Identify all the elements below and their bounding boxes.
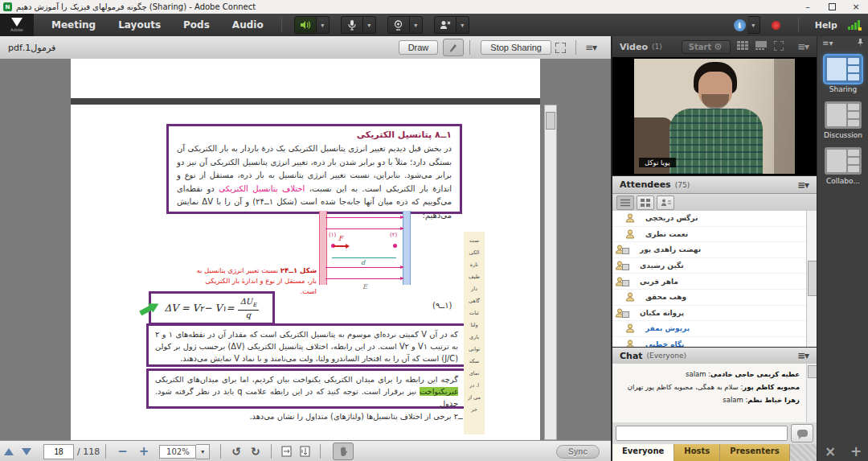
info-dropdown[interactable]: ▾	[747, 16, 760, 34]
stop-sharing-button[interactable]: Stop Sharing	[481, 40, 551, 55]
page-down-button[interactable]	[22, 448, 31, 455]
connection-status-icon[interactable]	[847, 20, 860, 30]
menubar-item[interactable]: Pods	[172, 19, 221, 31]
attendee-list-view-button[interactable]	[616, 196, 634, 210]
pointer-tool-button[interactable]	[443, 39, 464, 56]
chat-message-text: سلام به همگی، محبوبه کاظم پور تهران	[628, 383, 739, 391]
attendee-row[interactable]: نعمت نظری	[612, 227, 806, 243]
layout-list: Sharing Discussion	[817, 56, 868, 185]
field-label: E	[362, 283, 367, 290]
zoom-in-button[interactable]: +	[139, 446, 149, 458]
layout-item[interactable]: Sharing	[817, 56, 868, 93]
adobe-triangle-icon	[11, 18, 23, 27]
page-number-input[interactable]	[43, 444, 74, 459]
add-layout-button[interactable]: +	[850, 443, 862, 459]
grid-view-button[interactable]	[737, 41, 748, 52]
page-up-button[interactable]	[4, 448, 14, 455]
attendee-row[interactable]: پریوش بمقر	[612, 321, 806, 337]
menubar-item[interactable]: Meeting	[40, 19, 107, 31]
attendee-row[interactable]: ماهر قربی	[612, 274, 806, 290]
close-layout-button[interactable]: ×	[825, 443, 836, 459]
record-indicator-icon[interactable]	[772, 21, 780, 30]
attendees-scrollbar[interactable]	[806, 211, 817, 347]
attendee-row[interactable]: نهضت زاهدی پور	[612, 242, 806, 258]
layout-thumbnail	[825, 101, 862, 129]
down-arrow-icon	[22, 448, 31, 455]
margin-word: می از	[468, 392, 481, 404]
fullscreen-button[interactable]	[555, 43, 566, 53]
webcam-button[interactable]	[387, 16, 410, 34]
equation-number: (۱ــ۹)	[432, 301, 452, 310]
document-scrollbar-thumb[interactable]	[546, 112, 555, 130]
tab-presenters[interactable]: Presenters	[720, 444, 789, 461]
pan-tool-button[interactable]	[333, 442, 354, 460]
share-pod-menu[interactable]: ≡▾	[585, 42, 596, 53]
chat-message: زهرا خیاط نظم: salam	[616, 393, 800, 406]
microphone-dropdown[interactable]: ▾	[363, 16, 376, 34]
attendee-row[interactable]: نگین رشیدی	[612, 258, 806, 274]
status-dropdown[interactable]: ▾	[457, 16, 469, 34]
rotate-left-button[interactable]: ↺	[231, 445, 241, 458]
layout-item[interactable]: Discussion	[817, 101, 868, 139]
video-fullscreen-button[interactable]	[774, 41, 784, 53]
document-scrollbar[interactable]	[544, 105, 557, 440]
tab-hosts[interactable]: Hosts	[674, 444, 720, 461]
window-title: چگونه فرمولهای فیزیک را آموزش دهیم (Shar…	[16, 2, 256, 11]
fullscreen-icon	[555, 43, 566, 53]
breakout-view-button[interactable]	[637, 196, 654, 210]
margin-word: نمای	[469, 368, 480, 380]
video-pod-menu[interactable]: ≡▾	[797, 41, 809, 52]
tab-everyone[interactable]: Everyone	[612, 444, 674, 461]
microphone-button[interactable]	[341, 16, 363, 34]
webcam-dropdown[interactable]: ▾	[410, 16, 423, 34]
speaker-button[interactable]	[294, 16, 317, 34]
menubar-item[interactable]: Layouts	[107, 19, 172, 31]
attendee-row[interactable]: پروانه مکیان	[612, 306, 806, 322]
filmstrip-view-icon	[755, 41, 768, 50]
sync-button[interactable]: Sync	[556, 445, 600, 459]
attendees-count: (75)	[675, 181, 690, 189]
annotation-box-para3: گرچه این رابطه را برای میدان الکتریکی یک…	[146, 368, 467, 409]
video-pod-header: Video (1) Start	[612, 36, 817, 58]
speaker-icon	[300, 20, 311, 30]
send-message-button[interactable]	[791, 424, 813, 442]
status-button[interactable]	[434, 16, 457, 34]
draw-button[interactable]: Draw	[399, 40, 439, 55]
pen-icon	[448, 43, 458, 52]
filmstrip-view-button[interactable]	[755, 41, 768, 52]
zoom-out-button[interactable]: −	[117, 446, 128, 458]
layouts-menu[interactable]: ≡▾	[822, 39, 833, 47]
layout-item[interactable]: Collabo...	[817, 147, 868, 185]
attendee-row[interactable]: پگاه خطبی	[612, 337, 806, 347]
minimize-button[interactable]: –	[796, 0, 820, 14]
start-webcam-button[interactable]: Start	[682, 40, 731, 54]
margin-word: دار	[471, 283, 477, 295]
menubar-item[interactable]: Audio	[221, 19, 275, 31]
chat-pod-menu[interactable]: ≡▾	[797, 350, 809, 361]
layout-thumbnail	[825, 56, 862, 83]
margin-word: الکی	[469, 247, 480, 259]
microphone-icon	[348, 20, 356, 31]
fit-page-button[interactable]	[300, 446, 310, 457]
attendee-row[interactable]: نرگس دریخچی	[612, 211, 806, 227]
close-button[interactable]: ×	[844, 0, 868, 14]
document-toolbar: / 118 − + 102% ▾ ↺ ↻	[0, 440, 611, 461]
maximize-button[interactable]	[820, 0, 844, 14]
attendee-person-icon	[625, 340, 635, 347]
speaker-dropdown[interactable]: ▾	[317, 16, 330, 34]
fit-width-icon	[281, 446, 292, 457]
help-menu[interactable]: Help	[815, 20, 837, 31]
fit-width-button[interactable]	[281, 446, 292, 457]
attendee-row[interactable]: وهب محقق	[612, 290, 806, 306]
rotate-right-button[interactable]: ↻	[251, 445, 260, 458]
title-bar: N چگونه فرمولهای فیزیک را آموزش دهیم (Sh…	[0, 0, 868, 14]
attendees-pod-menu[interactable]: ≡▾	[797, 179, 809, 191]
chat-input[interactable]	[616, 426, 788, 441]
zoom-dropdown[interactable]: ▾	[196, 444, 210, 459]
pin-icon[interactable]	[857, 39, 864, 47]
info-button[interactable]: i	[734, 19, 746, 31]
share-pod-header: فرمول1.pdf Draw Stop Sharing ≡▾	[0, 36, 611, 60]
chat-scrollbar[interactable]	[806, 364, 817, 422]
margin-word: ست	[469, 235, 479, 247]
attendee-status-view-button[interactable]	[657, 196, 674, 210]
